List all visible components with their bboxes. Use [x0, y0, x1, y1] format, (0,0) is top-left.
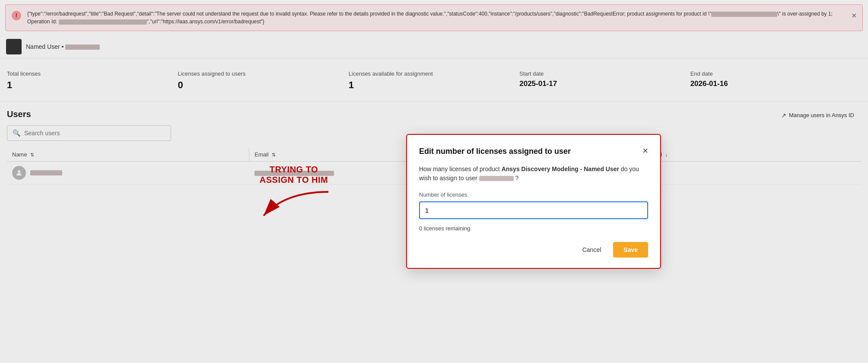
cancel-button[interactable]: Cancel: [575, 243, 608, 257]
modal-body-suffix: ?: [514, 175, 519, 182]
modal-body-prefix: How many licenses of product: [419, 166, 502, 172]
licenses-remaining-text: 0 licenses remaining: [419, 225, 648, 232]
modal-header: Edit number of licenses assigned to user…: [419, 147, 648, 156]
modal-close-button[interactable]: ×: [642, 146, 648, 156]
modal-product-name: Ansys Discovery Modeling - Named User: [502, 166, 619, 172]
modal-body: How many licenses of product Ansys Disco…: [419, 165, 648, 183]
number-of-licenses-input[interactable]: [419, 201, 648, 219]
edit-licenses-modal: Edit number of licenses assigned to user…: [406, 134, 661, 269]
modal-title: Edit number of licenses assigned to user: [419, 147, 571, 156]
modal-user-blurred: ████████: [479, 176, 514, 181]
number-of-licenses-label: Number of licenses: [419, 191, 648, 198]
modal-footer: Cancel Save: [419, 242, 648, 258]
save-button[interactable]: Save: [613, 242, 648, 258]
